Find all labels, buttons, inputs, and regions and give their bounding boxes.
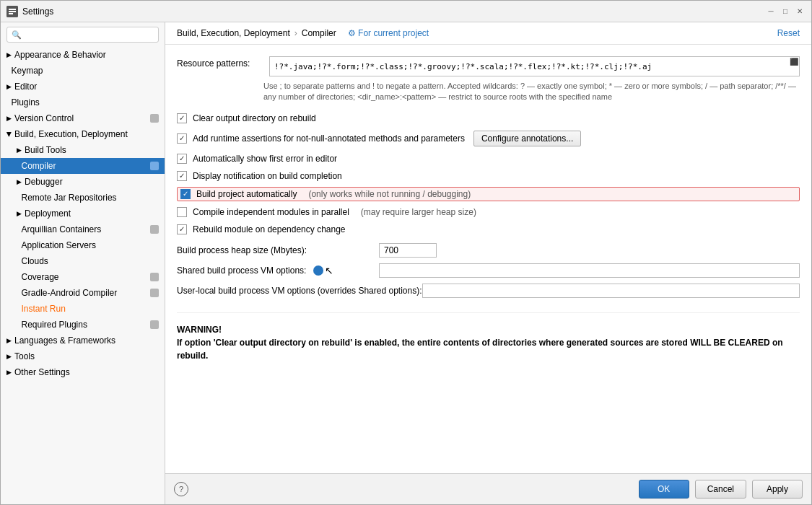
clear-output-label: Clear output directory on rebuild <box>193 113 316 123</box>
sidebar-item-debugger[interactable]: ▶ Debugger <box>1 174 165 190</box>
sidebar-item-version-control[interactable]: ▶ Version Control <box>1 110 165 126</box>
main-content: Build, Execution, Deployment › Compiler … <box>165 22 811 504</box>
arrow-icon: ▶ <box>6 115 12 122</box>
sidebar-item-editor[interactable]: ▶ Editor <box>1 79 165 95</box>
current-project-link[interactable]: ⚙ For current project <box>348 28 429 38</box>
arrow-icon <box>6 67 9 74</box>
search-input[interactable] <box>25 30 154 40</box>
sidebar-item-tools[interactable]: ▶ Tools <box>1 348 165 364</box>
settings-area: Resource patterns: ⬛ Use ; to separate p… <box>165 45 811 473</box>
arrow-icon <box>17 162 19 170</box>
sidebar-item-compiler[interactable]: Compiler <box>1 158 165 174</box>
arrow-icon <box>17 321 19 328</box>
warning-title: WARNING! <box>177 325 222 335</box>
settings-icon <box>150 114 159 123</box>
settings-icon <box>150 225 159 234</box>
sidebar-item-label: Remote Jar Repositories <box>22 193 159 203</box>
rebuild-module-checkbox[interactable] <box>177 224 187 234</box>
resource-patterns-label: Resource patterns: <box>177 56 263 69</box>
resource-patterns-input[interactable] <box>269 56 800 76</box>
sidebar-item-arquillian-containers[interactable]: Arquillian Containers <box>1 221 165 237</box>
add-runtime-checkbox[interactable] <box>177 133 187 144</box>
sidebar-item-build-execution-deployment[interactable]: ▶ Build, Execution, Deployment <box>1 126 165 142</box>
settings-icon <box>150 273 159 281</box>
sidebar-item-appearance-behavior[interactable]: ▶ Appearance & Behavior <box>1 47 165 63</box>
resource-patterns-help: Use ; to separate patterns and ! to nega… <box>263 81 800 103</box>
sidebar-item-keymap[interactable]: Keymap <box>1 63 165 79</box>
sidebar-item-required-plugins[interactable]: Required Plugins <box>1 317 165 333</box>
sidebar-item-languages-frameworks[interactable]: ▶ Languages & Frameworks <box>1 333 165 348</box>
sidebar-item-gradle-android-compiler[interactable]: Gradle-Android Compiler <box>1 285 165 301</box>
arrow-icon: ▶ <box>6 337 12 344</box>
sidebar-item-application-servers[interactable]: Application Servers <box>1 237 165 253</box>
sidebar-item-plugins[interactable]: Plugins <box>1 95 165 110</box>
breadcrumb-parent: Build, Execution, Deployment <box>177 28 290 38</box>
option-display-notification: Display notification on build completion <box>177 170 800 183</box>
clear-output-checkbox[interactable] <box>177 113 187 123</box>
sidebar-item-label: Coverage <box>22 272 147 282</box>
sidebar-item-label: Build, Execution, Deployment <box>14 129 159 139</box>
arrow-icon: ▶ <box>17 210 22 217</box>
sidebar-item-deployment[interactable]: ▶ Deployment <box>1 206 165 221</box>
arrow-icon <box>17 226 19 233</box>
configure-annotations-button[interactable]: Configure annotations... <box>473 131 581 146</box>
sidebar-item-instant-run[interactable]: Instant Run <box>1 301 165 317</box>
user-local-vm-row: User-local build process VM options (ove… <box>177 284 800 298</box>
sidebar-item-label: Tools <box>14 351 159 361</box>
search-box[interactable]: 🔍 <box>6 27 159 43</box>
title-bar: Settings ─ □ ✕ <box>1 1 811 22</box>
heap-size-label: Build process heap size (Mbytes): <box>177 245 379 255</box>
arrow-icon: ▶ <box>6 369 12 376</box>
sidebar-item-label: Version Control <box>14 113 147 123</box>
compile-independent-label: Compile independent modules in parallel <box>193 207 349 217</box>
cancel-button[interactable]: Cancel <box>695 480 746 499</box>
warning-body: If option 'Clear output directory on reb… <box>177 338 783 361</box>
heap-size-input[interactable] <box>379 243 437 258</box>
compile-independent-note: (may require larger heap size) <box>361 207 476 217</box>
option-compile-independent: Compile independent modules in parallel … <box>177 206 800 219</box>
content-area: 🔍 ▶ Appearance & Behavior Keymap ▶ Edito… <box>1 22 811 504</box>
option-add-runtime: Add runtime assertions for not-null-anno… <box>177 129 800 148</box>
minimize-button[interactable]: ─ <box>765 6 777 17</box>
sidebar-item-label: Other Settings <box>14 367 159 377</box>
apply-button[interactable]: Apply <box>752 480 803 499</box>
arrow-icon <box>6 99 9 106</box>
settings-icon <box>150 289 159 297</box>
expand-icon[interactable]: ⬛ <box>790 58 798 66</box>
window-title: Settings <box>22 6 765 17</box>
arrow-icon: ▶ <box>17 146 22 154</box>
rebuild-module-label: Rebuild module on dependency change <box>193 224 346 234</box>
resource-input-wrap: ⬛ <box>269 56 800 76</box>
arrow-icon <box>17 273 19 281</box>
sidebar-item-label: Build Tools <box>25 145 159 155</box>
sidebar-item-label: Languages & Frameworks <box>14 335 159 346</box>
reset-link[interactable]: Reset <box>777 28 800 38</box>
arrow-icon <box>17 289 19 297</box>
shared-vm-input[interactable] <box>379 263 800 278</box>
sidebar-item-remote-jar-repositories[interactable]: Remote Jar Repositories <box>1 190 165 206</box>
build-automatically-checkbox[interactable] <box>180 189 191 199</box>
ok-button[interactable]: OK <box>639 480 689 499</box>
heap-size-row: Build process heap size (Mbytes): <box>177 243 800 258</box>
user-local-vm-input[interactable] <box>422 284 800 298</box>
cursor-icon: ↖ <box>325 265 333 276</box>
close-button[interactable]: ✕ <box>794 6 806 17</box>
window-controls: ─ □ ✕ <box>765 6 806 17</box>
sidebar-item-other-settings[interactable]: ▶ Other Settings <box>1 364 165 380</box>
shared-vm-row: Shared build process VM options: ↖ <box>177 263 800 278</box>
loading-indicator <box>313 265 323 276</box>
sidebar-item-build-tools[interactable]: ▶ Build Tools <box>1 142 165 158</box>
settings-icon <box>150 162 159 170</box>
settings-window: Settings ─ □ ✕ 🔍 ▶ Appearance & Behavior… <box>0 0 812 505</box>
display-notification-label: Display notification on build completion <box>193 171 342 181</box>
display-notification-checkbox[interactable] <box>177 171 187 181</box>
sidebar-item-clouds[interactable]: Clouds <box>1 253 165 269</box>
arrow-icon <box>17 242 19 249</box>
sidebar-item-coverage[interactable]: Coverage <box>1 269 165 285</box>
help-button[interactable]: ? <box>174 482 188 496</box>
arrow-icon: ▶ <box>6 83 12 90</box>
show-first-error-checkbox[interactable] <box>177 154 187 164</box>
maximize-button[interactable]: □ <box>780 6 791 17</box>
compile-independent-checkbox[interactable] <box>177 207 187 217</box>
settings-icon <box>150 320 159 329</box>
